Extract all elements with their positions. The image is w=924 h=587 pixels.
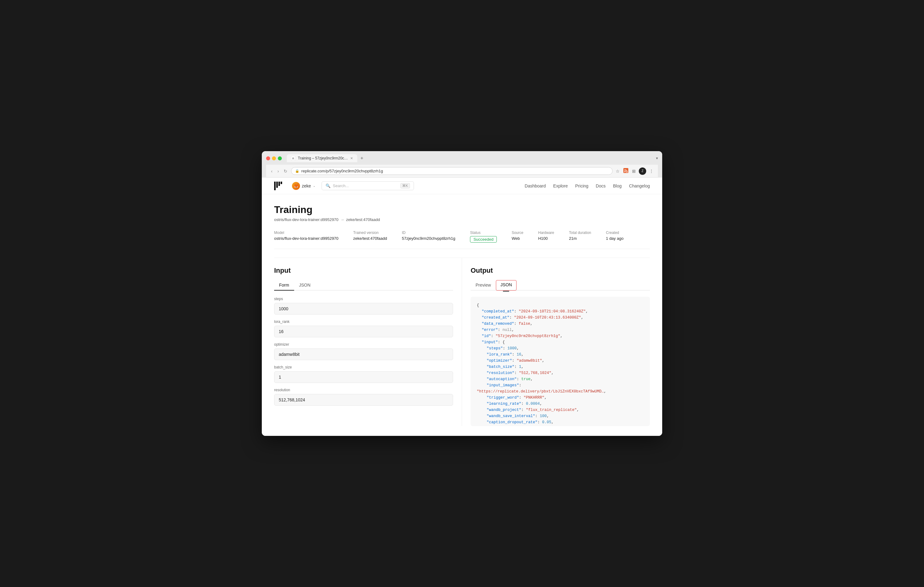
output-tab-json[interactable]: JSON xyxy=(496,280,516,291)
field-optimizer-input[interactable]: adamw8bit xyxy=(274,349,453,360)
extensions-button[interactable]: ⊞ xyxy=(631,168,636,174)
ssl-lock-icon: 🔒 xyxy=(295,169,299,173)
breadcrumb-arrow: → xyxy=(340,217,344,222)
nav-explore[interactable]: Explore xyxy=(553,183,568,188)
active-tab[interactable]: R Training – 57zjey0nc9rm20c… ✕ xyxy=(287,154,357,162)
reload-button[interactable]: ↻ xyxy=(282,168,289,174)
field-batch-size-input[interactable]: 1 xyxy=(274,371,453,383)
address-bar[interactable]: 🔒 replicate.com/p/57zjey0nc9rm20chvppt8z… xyxy=(291,167,613,175)
json-line-data-removed: "data_removed": false, xyxy=(477,322,533,326)
field-lora-rank-label: lora_rank xyxy=(274,319,453,324)
svg-rect-7 xyxy=(280,182,282,184)
json-line-autocaption: "autocaption": true, xyxy=(477,377,533,381)
browser-dropdown-button[interactable]: ▾ xyxy=(656,156,658,160)
field-steps-input[interactable]: 1000 xyxy=(274,303,453,314)
svg-rect-6 xyxy=(279,182,280,186)
meta-id: ID 57zjey0nc9rm20chvppt8zrh1g xyxy=(402,230,455,243)
toolbar-actions: ☆ ⊞ Z ⋮ xyxy=(615,168,654,175)
output-column: Output Preview JSON { "completed_at": "2… xyxy=(462,258,650,426)
nav-links: Dashboard Explore Pricing Docs Blog Chan… xyxy=(525,183,650,188)
svg-point-3 xyxy=(624,171,625,173)
browser-toolbar: ‹ › ↻ 🔒 replicate.com/p/57zjey0nc9rm20ch… xyxy=(266,165,658,178)
user-menu[interactable]: 🦊 zeke ⌄ xyxy=(292,182,315,190)
search-icon: 🔍 xyxy=(325,183,330,188)
meta-model-value: ostris/flux-dev-lora-trainer:d9952970 xyxy=(274,236,338,241)
breadcrumb-to: zeke/test:470faadd xyxy=(346,217,380,222)
nav-blog[interactable]: Blog xyxy=(613,183,622,188)
rss-button[interactable] xyxy=(623,168,629,174)
meta-source-value: Web xyxy=(512,236,523,241)
json-line-wandb-project: "wandb_project": "flux_train_replicate", xyxy=(477,408,579,412)
meta-created: Created 1 day ago xyxy=(606,230,624,243)
meta-trained-version-label: Trained version xyxy=(353,230,387,235)
meta-total-duration-label: Total duration xyxy=(569,230,591,235)
field-steps-label: steps xyxy=(274,297,453,301)
meta-total-duration: Total duration 21m xyxy=(569,230,591,243)
field-lora-rank: lora_rank 16 xyxy=(274,319,453,337)
minimize-window-button[interactable] xyxy=(272,156,276,160)
json-line-lora-rank: "lora_rank": 16, xyxy=(477,352,524,357)
input-section-title: Input xyxy=(274,266,453,275)
search-bar[interactable]: 🔍 Search... ⌘K xyxy=(322,181,414,190)
nav-dashboard[interactable]: Dashboard xyxy=(525,183,546,188)
json-open-brace: { xyxy=(477,303,479,307)
meta-hardware-label: Hardware xyxy=(538,230,554,235)
meta-total-duration-value: 21m xyxy=(569,236,591,241)
tab-close-button[interactable]: ✕ xyxy=(350,156,353,160)
json-line-wandb-save-interval: "wandb_save_interval": 100, xyxy=(477,414,549,418)
nav-pricing[interactable]: Pricing xyxy=(575,183,589,188)
meta-source-label: Source xyxy=(512,230,523,235)
json-line-caption-dropout: "caption_dropout_rate": 0.05, xyxy=(477,420,554,424)
close-window-button[interactable] xyxy=(266,156,270,160)
json-line-resolution: "resolution": "512,768,1024", xyxy=(477,371,554,375)
meta-status: Status Succeeded xyxy=(470,230,497,243)
output-tab-preview[interactable]: Preview xyxy=(470,280,496,290)
svg-rect-4 xyxy=(274,182,276,190)
json-line-trigger-word: "trigger_word": "PNKHRRR", xyxy=(477,396,547,400)
field-resolution-input[interactable]: 512,768,1024 xyxy=(274,394,453,406)
meta-trained-version: Trained version zeke/test:470faadd xyxy=(353,230,387,243)
replicate-logo-icon xyxy=(274,182,283,190)
maximize-window-button[interactable] xyxy=(278,156,282,160)
browser-titlebar: R Training – 57zjey0nc9rm20c… ✕ + ▾ xyxy=(266,154,658,162)
tab-json[interactable]: JSON xyxy=(294,280,315,291)
meta-created-value: 1 day ago xyxy=(606,236,624,241)
field-batch-size: batch_size 1 xyxy=(274,365,453,383)
meta-status-label: Status xyxy=(470,230,497,235)
new-tab-button[interactable]: + xyxy=(358,155,365,161)
main-content: Training ostris/flux-dev-lora-trainer:d9… xyxy=(262,194,662,436)
nav-changelog[interactable]: Changelog xyxy=(629,183,650,188)
back-button[interactable]: ‹ xyxy=(270,168,274,174)
json-line-input-images: "input_images": "https://replicate.deliv… xyxy=(477,383,606,394)
meta-id-label: ID xyxy=(402,230,455,235)
page-content: 🦊 zeke ⌄ 🔍 Search... ⌘K Dashboard Explor… xyxy=(262,178,662,436)
page-title: Training xyxy=(274,204,650,215)
svg-text:R: R xyxy=(292,157,294,160)
bookmark-button[interactable]: ☆ xyxy=(615,168,620,174)
menu-button[interactable]: ⋮ xyxy=(648,168,654,174)
breadcrumb-from: ostris/flux-dev-lora-trainer:d9952970 xyxy=(274,217,338,222)
json-line-learning-rate: "learning_rate": 0.0004, xyxy=(477,402,542,406)
forward-button[interactable]: › xyxy=(276,168,280,174)
status-badge: Succeeded xyxy=(470,236,497,243)
browser-chrome: R Training – 57zjey0nc9rm20c… ✕ + ▾ ‹ › … xyxy=(262,151,662,178)
json-output: { "completed_at": "2024-09-10T21:04:08.3… xyxy=(470,297,650,426)
json-line-error: "error": null, xyxy=(477,328,514,332)
tab-favicon: R xyxy=(291,156,295,160)
tab-form[interactable]: Form xyxy=(274,280,294,291)
field-lora-rank-input[interactable]: 16 xyxy=(274,326,453,337)
meta-hardware: Hardware H100 xyxy=(538,230,554,243)
nav-docs[interactable]: Docs xyxy=(596,183,606,188)
input-tabs: Form JSON xyxy=(274,280,453,291)
browser-profile-button[interactable]: Z xyxy=(639,168,646,175)
json-line-created-at: "created_at": "2024-09-10T20:43:13.63400… xyxy=(477,316,583,320)
svg-rect-5 xyxy=(276,182,278,188)
search-placeholder: Search... xyxy=(333,183,398,188)
input-column: Input Form JSON steps 1000 lora_rank 16 xyxy=(274,258,462,426)
field-optimizer: optimizer adamw8bit xyxy=(274,342,453,360)
user-name-label: zeke xyxy=(302,183,311,188)
meta-model-label: Model xyxy=(274,230,338,235)
meta-trained-version-value: zeke/test:470faadd xyxy=(353,236,387,241)
user-avatar: 🦊 xyxy=(292,182,300,190)
field-steps: steps 1000 xyxy=(274,297,453,314)
